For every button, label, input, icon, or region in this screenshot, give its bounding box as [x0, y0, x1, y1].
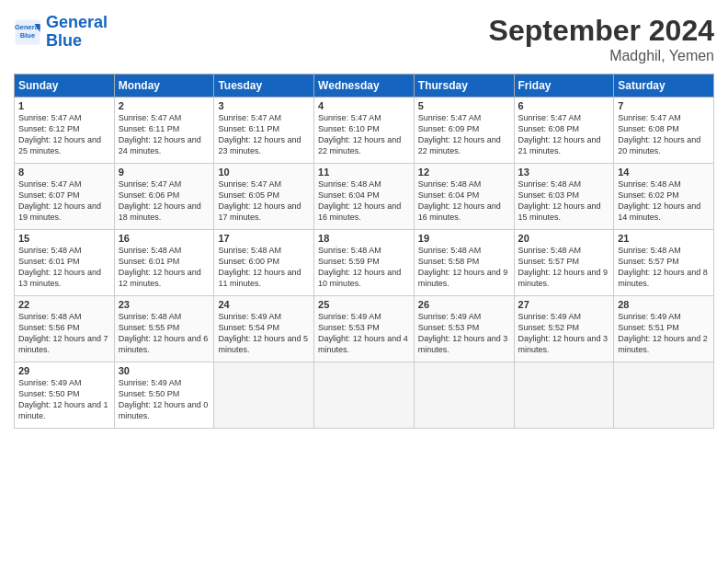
calendar-cell: 1Sunrise: 5:47 AM Sunset: 6:12 PM Daylig… — [15, 98, 115, 164]
day-info: Sunrise: 5:49 AM Sunset: 5:53 PM Dayligh… — [318, 311, 410, 356]
calendar-cell: 28Sunrise: 5:49 AM Sunset: 5:51 PM Dayli… — [614, 296, 714, 362]
calendar-cell — [414, 362, 514, 429]
day-info: Sunrise: 5:48 AM Sunset: 6:01 PM Dayligh… — [18, 245, 110, 290]
day-info: Sunrise: 5:47 AM Sunset: 6:08 PM Dayligh… — [618, 112, 710, 157]
day-number: 5 — [418, 100, 510, 111]
day-info: Sunrise: 5:47 AM Sunset: 6:07 PM Dayligh… — [18, 178, 110, 224]
calendar-cell: 26Sunrise: 5:49 AM Sunset: 5:53 PM Dayli… — [414, 296, 514, 362]
calendar-cell: 21Sunrise: 5:48 AM Sunset: 5:57 PM Dayli… — [614, 230, 714, 296]
day-number: 12 — [418, 167, 510, 178]
day-number: 10 — [218, 167, 310, 178]
col-sunday: Sunday — [15, 75, 115, 98]
day-number: 27 — [518, 299, 610, 310]
calendar-cell: 22Sunrise: 5:48 AM Sunset: 5:56 PM Dayli… — [15, 296, 115, 362]
calendar-cell: 27Sunrise: 5:49 AM Sunset: 5:52 PM Dayli… — [514, 296, 614, 362]
day-number: 26 — [418, 299, 510, 310]
day-number: 30 — [119, 365, 210, 376]
svg-text:Blue: Blue — [20, 31, 35, 40]
calendar-cell: 13Sunrise: 5:48 AM Sunset: 6:03 PM Dayli… — [514, 164, 614, 230]
calendar-cell: 18Sunrise: 5:48 AM Sunset: 5:59 PM Dayli… — [314, 230, 415, 296]
calendar-cell: 23Sunrise: 5:48 AM Sunset: 5:55 PM Dayli… — [114, 296, 214, 362]
calendar-cell: 4Sunrise: 5:47 AM Sunset: 6:10 PM Daylig… — [314, 98, 415, 164]
calendar-cell: 5Sunrise: 5:47 AM Sunset: 6:09 PM Daylig… — [414, 98, 514, 164]
col-friday: Friday — [514, 75, 614, 98]
calendar-cell: 19Sunrise: 5:48 AM Sunset: 5:58 PM Dayli… — [414, 230, 514, 296]
day-number: 29 — [18, 365, 110, 376]
day-number: 8 — [18, 167, 110, 178]
day-number: 23 — [119, 299, 210, 310]
day-info: Sunrise: 5:47 AM Sunset: 6:11 PM Dayligh… — [119, 112, 210, 157]
day-number: 18 — [318, 233, 410, 244]
calendar-cell: 3Sunrise: 5:47 AM Sunset: 6:11 PM Daylig… — [214, 98, 314, 164]
calendar-cell: 20Sunrise: 5:48 AM Sunset: 5:57 PM Dayli… — [514, 230, 614, 296]
calendar-cell: 10Sunrise: 5:47 AM Sunset: 6:05 PM Dayli… — [214, 164, 314, 230]
day-info: Sunrise: 5:48 AM Sunset: 6:00 PM Dayligh… — [218, 245, 310, 290]
calendar-cell: 12Sunrise: 5:48 AM Sunset: 6:04 PM Dayli… — [414, 164, 514, 230]
month-title: September 2024 — [489, 14, 714, 48]
calendar-cell: 14Sunrise: 5:48 AM Sunset: 6:02 PM Dayli… — [614, 164, 714, 230]
day-info: Sunrise: 5:48 AM Sunset: 6:04 PM Dayligh… — [418, 178, 510, 224]
day-number: 16 — [119, 233, 210, 244]
calendar-week-2: 8Sunrise: 5:47 AM Sunset: 6:07 PM Daylig… — [15, 164, 714, 230]
day-info: Sunrise: 5:48 AM Sunset: 5:59 PM Dayligh… — [318, 245, 410, 290]
day-info: Sunrise: 5:47 AM Sunset: 6:11 PM Dayligh… — [218, 112, 310, 157]
day-info: Sunrise: 5:49 AM Sunset: 5:50 PM Dayligh… — [18, 377, 110, 422]
day-number: 22 — [18, 299, 110, 310]
calendar-week-1: 1Sunrise: 5:47 AM Sunset: 6:12 PM Daylig… — [15, 98, 714, 164]
calendar-week-4: 22Sunrise: 5:48 AM Sunset: 5:56 PM Dayli… — [15, 296, 714, 362]
day-info: Sunrise: 5:47 AM Sunset: 6:10 PM Dayligh… — [318, 112, 410, 157]
day-number: 19 — [418, 233, 510, 244]
title-block: September 2024 Madghil, Yemen — [489, 14, 714, 64]
logo-icon: General Blue — [14, 18, 41, 46]
day-info: Sunrise: 5:47 AM Sunset: 6:12 PM Dayligh… — [18, 112, 110, 157]
col-saturday: Saturday — [614, 75, 714, 98]
day-info: Sunrise: 5:47 AM Sunset: 6:09 PM Dayligh… — [418, 112, 510, 157]
col-monday: Monday — [114, 75, 214, 98]
day-number: 25 — [318, 299, 410, 310]
calendar-cell: 17Sunrise: 5:48 AM Sunset: 6:00 PM Dayli… — [214, 230, 314, 296]
day-number: 14 — [618, 167, 710, 178]
day-number: 13 — [518, 167, 610, 178]
logo-text: General Blue — [46, 14, 108, 51]
calendar-cell — [214, 362, 314, 429]
day-info: Sunrise: 5:49 AM Sunset: 5:50 PM Dayligh… — [119, 377, 210, 422]
col-wednesday: Wednesday — [314, 75, 415, 98]
calendar-table: Sunday Monday Tuesday Wednesday Thursday… — [14, 74, 714, 429]
calendar-cell — [614, 362, 714, 429]
calendar-week-3: 15Sunrise: 5:48 AM Sunset: 6:01 PM Dayli… — [15, 230, 714, 296]
day-number: 17 — [218, 233, 310, 244]
day-info: Sunrise: 5:47 AM Sunset: 6:06 PM Dayligh… — [119, 178, 210, 224]
calendar-cell: 2Sunrise: 5:47 AM Sunset: 6:11 PM Daylig… — [114, 98, 214, 164]
day-info: Sunrise: 5:48 AM Sunset: 6:01 PM Dayligh… — [119, 245, 210, 290]
day-info: Sunrise: 5:48 AM Sunset: 5:55 PM Dayligh… — [119, 311, 210, 356]
day-number: 11 — [318, 167, 410, 178]
day-info: Sunrise: 5:48 AM Sunset: 6:02 PM Dayligh… — [618, 178, 710, 224]
day-number: 2 — [119, 100, 210, 111]
day-info: Sunrise: 5:49 AM Sunset: 5:51 PM Dayligh… — [618, 311, 710, 356]
day-info: Sunrise: 5:48 AM Sunset: 5:56 PM Dayligh… — [18, 311, 110, 356]
calendar-cell: 15Sunrise: 5:48 AM Sunset: 6:01 PM Dayli… — [15, 230, 115, 296]
calendar-cell: 11Sunrise: 5:48 AM Sunset: 6:04 PM Dayli… — [314, 164, 415, 230]
calendar-cell — [314, 362, 415, 429]
day-info: Sunrise: 5:48 AM Sunset: 6:04 PM Dayligh… — [318, 178, 410, 224]
calendar-cell: 29Sunrise: 5:49 AM Sunset: 5:50 PM Dayli… — [15, 362, 115, 429]
day-number: 1 — [18, 100, 110, 111]
day-info: Sunrise: 5:48 AM Sunset: 5:58 PM Dayligh… — [418, 245, 510, 290]
day-info: Sunrise: 5:48 AM Sunset: 5:57 PM Dayligh… — [618, 245, 710, 290]
day-number: 7 — [618, 100, 710, 111]
calendar-cell: 24Sunrise: 5:49 AM Sunset: 5:54 PM Dayli… — [214, 296, 314, 362]
calendar-week-5: 29Sunrise: 5:49 AM Sunset: 5:50 PM Dayli… — [15, 362, 714, 429]
calendar-cell: 8Sunrise: 5:47 AM Sunset: 6:07 PM Daylig… — [15, 164, 115, 230]
day-number: 21 — [618, 233, 710, 244]
calendar-cell: 30Sunrise: 5:49 AM Sunset: 5:50 PM Dayli… — [114, 362, 214, 429]
calendar-cell — [514, 362, 614, 429]
day-info: Sunrise: 5:48 AM Sunset: 5:57 PM Dayligh… — [518, 245, 610, 290]
day-info: Sunrise: 5:49 AM Sunset: 5:52 PM Dayligh… — [518, 311, 610, 356]
col-tuesday: Tuesday — [214, 75, 314, 98]
logo-general: General — [46, 13, 108, 31]
location: Madghil, Yemen — [489, 48, 714, 64]
calendar-cell: 9Sunrise: 5:47 AM Sunset: 6:06 PM Daylig… — [114, 164, 214, 230]
col-thursday: Thursday — [414, 75, 514, 98]
calendar-cell: 25Sunrise: 5:49 AM Sunset: 5:53 PM Dayli… — [314, 296, 415, 362]
logo: General Blue General Blue — [14, 14, 108, 51]
